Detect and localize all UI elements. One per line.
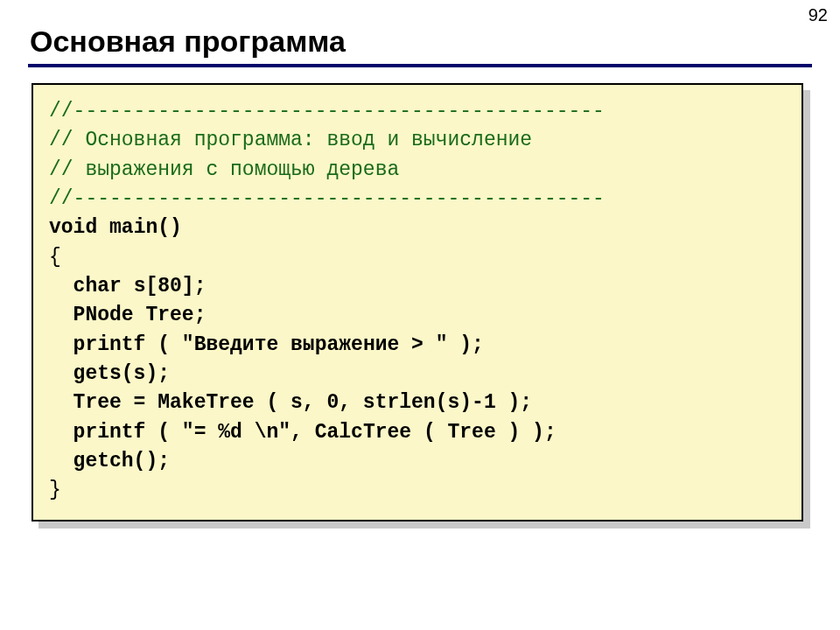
code-fn: printf xyxy=(49,333,145,356)
code-text: main() xyxy=(97,216,182,239)
code-fn: printf xyxy=(49,421,145,444)
slide: 92 Основная программа //----------------… xyxy=(0,0,840,630)
code-comment: //--------------------------------------… xyxy=(49,100,605,122)
page-number: 92 xyxy=(808,5,828,25)
code-text: s[80]; xyxy=(122,275,206,298)
code-box: //--------------------------------------… xyxy=(32,83,803,522)
code-text: PNode Tree; xyxy=(49,304,206,326)
code-comment: // Основная программа: ввод и вычисление xyxy=(49,129,532,151)
title-underline xyxy=(28,64,812,67)
code-content: //--------------------------------------… xyxy=(49,97,786,506)
code-string: "Введите выражение > " xyxy=(182,333,448,356)
code-text: , CalcTree ( Tree ) ); xyxy=(290,421,556,444)
code-text: { xyxy=(49,246,61,269)
code-comment: //--------------------------------------… xyxy=(49,187,605,210)
code-text: ); xyxy=(448,333,484,356)
code-text: gets(s); xyxy=(49,362,170,385)
code-block: //--------------------------------------… xyxy=(32,83,803,522)
code-text: getch(); xyxy=(49,450,170,472)
code-text: } xyxy=(49,479,61,501)
code-keyword: char xyxy=(49,275,122,298)
code-keyword: void xyxy=(49,216,97,239)
slide-title: Основная программа xyxy=(30,24,812,59)
code-text: ( xyxy=(145,333,181,356)
code-text: Tree = MakeTree ( s, 0, strlen(s)-1 ); xyxy=(49,391,532,414)
code-text: ( xyxy=(145,421,181,444)
code-string: "= %d \n" xyxy=(182,421,290,444)
code-comment: // выражения с помощью дерева xyxy=(49,158,399,181)
